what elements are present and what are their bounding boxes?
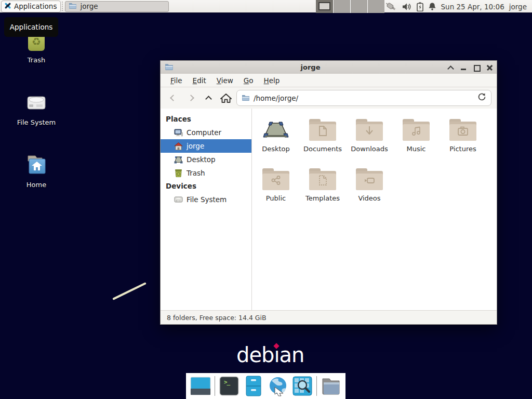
sidebar-item-label: File System [187,195,227,204]
sidebar-item-jorge[interactable]: jorge [161,139,251,153]
sidebar-item-computer[interactable]: Computer [161,126,251,139]
desktop[interactable]: Applications jorge [0,0,532,399]
documents-folder-icon [309,119,336,141]
applications-menu-button[interactable]: Applications [1,1,61,12]
window-title: jorge [174,63,447,71]
panel-username[interactable]: jorge [509,3,527,11]
show-desktop-icon[interactable] [190,375,211,397]
folder-label: Videos [346,194,393,202]
folder-label: Templates [299,194,346,202]
maximize-button[interactable] [473,64,480,71]
folder-item-documents[interactable]: Documents [299,119,346,168]
sidebar-item-desktop[interactable]: Desktop [161,153,251,166]
desktop-stray-line [112,282,146,300]
pictures-folder-icon [449,119,476,141]
folder-item-public[interactable]: Public [252,168,299,218]
statusbar: 8 folders, Free space: 14.4 GiB [161,310,497,324]
menu-edit[interactable]: Edit [190,75,209,86]
sidebar-header-places: Places [161,113,251,126]
sidebar-item-file-system[interactable]: File System [161,193,251,206]
battery-icon[interactable] [417,2,423,11]
workspace-1[interactable] [316,0,333,13]
folder-label: Downloads [346,145,393,153]
desktop-icon-home[interactable]: Home [9,152,63,189]
window-titlebar[interactable]: jorge [161,61,497,74]
templates-folder-icon [309,168,336,190]
notifications-bell-icon[interactable] [428,2,436,11]
home-icon [174,142,183,150]
sidebar-item-label: Computer [187,128,221,137]
folder-label: Music [393,145,440,153]
network-icon[interactable] [385,2,397,12]
desktop-icon-label: Trash [9,56,63,64]
folder-label: Desktop [252,145,299,153]
folder-label: Pictures [440,145,486,153]
workspace-3[interactable] [350,0,367,13]
sidebar-item-label: Trash [187,169,205,177]
folder-item-music[interactable]: Music [393,119,440,168]
downloads-folder-icon [356,119,383,141]
window-icon [165,62,174,72]
desktop-icon-label: Home [9,181,63,189]
debian-wallpaper-logo: debıan [236,343,304,367]
menubar: File Edit View Go Help [161,74,497,87]
desktop-icon-label: File System [9,118,63,126]
shade-button[interactable] [447,64,454,71]
file-manager-icon[interactable] [321,375,341,397]
statusbar-text: 8 folders, Free space: 14.4 GiB [167,314,267,322]
music-folder-icon [403,119,430,141]
applications-menu-label: Applications [14,2,57,10]
dock: >_ [186,373,345,399]
dock-separator [215,376,215,396]
sidebar-item-label: jorge [187,142,204,150]
folder-item-desktop[interactable]: Desktop [252,119,299,168]
location-bar[interactable]: /home/jorge/ [236,90,491,106]
close-button[interactable] [486,64,493,71]
workspace-pager[interactable] [316,0,384,13]
hard-drive-icon [24,89,49,115]
applications-tooltip: Applications [4,17,58,37]
file-cabinet-icon[interactable] [243,375,264,397]
folder-item-templates[interactable]: Templates [299,168,346,218]
folder-icon [242,93,250,103]
folder-item-videos[interactable]: Videos [346,168,393,218]
volume-icon[interactable] [402,3,412,11]
workspace-2[interactable] [333,0,350,13]
home-button[interactable] [219,91,233,105]
forward-button[interactable] [183,91,198,105]
folder-label: Public [252,194,299,202]
public-folder-icon [262,168,289,190]
toolbar: /home/jorge/ [161,87,497,109]
sidebar: Places Computer [161,109,252,310]
path-input[interactable]: /home/jorge/ [254,94,474,102]
menu-go[interactable]: Go [241,75,256,86]
desktop-icon-file-system[interactable]: File System [9,89,63,126]
folder-item-downloads[interactable]: Downloads [346,119,393,168]
web-browser-icon[interactable] [268,375,288,397]
sidebar-header-devices: Devices [161,180,251,193]
desktop-special-icon [262,119,289,141]
sidebar-item-trash[interactable]: Trash [161,166,251,180]
up-button[interactable] [201,91,216,105]
xfce-logo-icon [4,2,12,11]
terminal-icon[interactable]: >_ [219,375,240,397]
folder-item-pictures[interactable]: Pictures [440,119,486,168]
menu-file[interactable]: File [168,75,185,86]
taskbar-window-label: jorge [80,2,98,10]
sidebar-item-label: Desktop [187,155,216,164]
system-tray: Sun 25 Apr, 10:06 jorge [385,0,527,13]
taskbar-window-button[interactable]: jorge [65,1,169,12]
file-manager-window: jorge File Edit View Go Help [160,60,497,325]
reload-icon[interactable] [477,92,486,103]
minimize-button[interactable] [460,64,467,71]
panel-clock[interactable]: Sun 25 Apr, 10:06 [441,3,504,11]
file-view[interactable]: Desktop Documents [252,109,497,310]
menu-view[interactable]: View [214,75,236,86]
menu-help[interactable]: Help [261,75,283,86]
trash-icon [174,169,183,177]
back-button[interactable] [166,91,180,105]
folder-label: Documents [299,145,346,153]
application-finder-icon[interactable] [292,375,313,397]
workspace-4[interactable] [367,0,384,13]
dock-separator [316,376,317,396]
